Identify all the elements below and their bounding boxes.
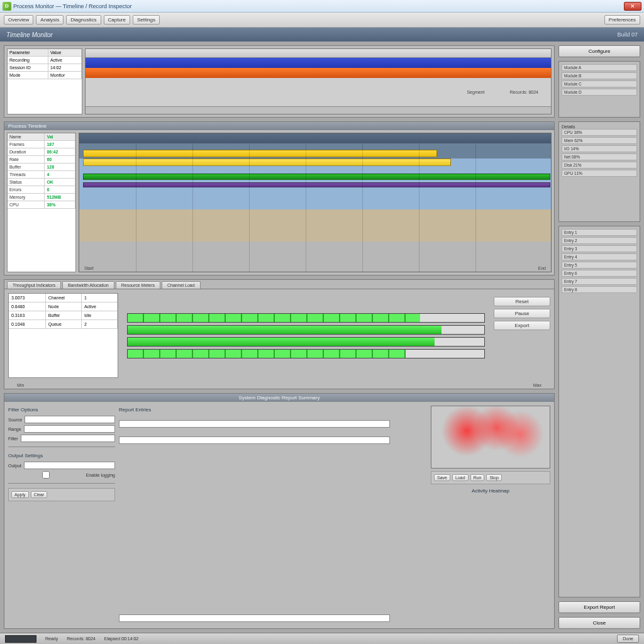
meter-1	[127, 325, 485, 335]
cell: 0.1048	[9, 320, 46, 328]
right-panel-details: Details CPU 38% Mem 62% I/O 14% Net 08% …	[558, 121, 640, 222]
toolbar-btn-0[interactable]: Overview	[4, 15, 33, 25]
window-titlebar: D Process Monitor — Timeline / Record In…	[0, 0, 644, 13]
field-label: Source	[8, 418, 22, 422]
throughput-controls: Reset Pause Export	[494, 293, 550, 378]
checkbox-logging[interactable]: Enable logging	[8, 471, 115, 479]
window-title: Process Monitor — Timeline / Record Insp…	[13, 3, 132, 9]
meter-fill	[128, 326, 441, 334]
prop-k: Buffer	[8, 164, 45, 171]
throughput-table: 3.0073Channel1 0.8480NodeActive 0.3163Bu…	[8, 293, 118, 378]
grp-btn-5[interactable]: Stop	[486, 474, 501, 481]
toolbar-btn-4[interactable]: Settings	[133, 15, 160, 25]
tab-2[interactable]: Resource Meters	[116, 281, 160, 289]
tab-1[interactable]: Bandwidth Allocation	[62, 281, 114, 289]
overview-info-0: Segment	[467, 90, 484, 94]
mid-input-2[interactable]	[119, 436, 390, 444]
tab-3[interactable]: Channel Load	[162, 281, 201, 289]
prop-k: CPU	[8, 201, 45, 209]
timeline-footer-right: End	[538, 266, 546, 270]
status-done-button[interactable]: Done	[617, 635, 639, 643]
right-export-button[interactable]: Export Report	[558, 601, 640, 613]
checkbox-logging-input[interactable]	[8, 471, 84, 479]
module-item[interactable]: Module D	[562, 89, 637, 96]
ctrl-export[interactable]: Export	[494, 321, 550, 330]
prop-k: Threads	[8, 171, 45, 179]
field-label: Range	[8, 427, 21, 431]
mid-input-3[interactable]	[119, 614, 390, 622]
main-column: Parameter Value RecordingActive Session …	[4, 45, 555, 629]
cell: 0.8480	[9, 303, 46, 311]
diagnostic-form: Filter Options Source Range Filter Outpu…	[8, 406, 115, 625]
right-close-button[interactable]: Close	[558, 617, 640, 629]
toolbar-btn-1[interactable]: Analysis	[36, 15, 64, 25]
grp-btn-2[interactable]: Save	[434, 474, 450, 481]
cell: Buffer	[46, 311, 82, 319]
overview-th-0: Parameter	[8, 49, 48, 57]
timeline-bar-p1[interactable]	[83, 182, 550, 187]
grp-btn-3[interactable]: Load	[452, 474, 469, 481]
overview-strip[interactable]: Segment Records: 8024	[85, 48, 552, 114]
overview-band-primary	[86, 58, 551, 68]
panel-throughput: Throughput Indicators Bandwidth Allocati…	[4, 279, 555, 389]
field-source-input[interactable]	[25, 416, 115, 423]
meter-fill	[128, 350, 406, 358]
panel-diagnostic: System Diagnostic Report Summary Filter …	[4, 393, 555, 629]
mid-input-1[interactable]	[119, 420, 390, 428]
field-range-input[interactable]	[24, 425, 115, 433]
entry-item[interactable]: Entry 7	[562, 278, 637, 285]
cell: Node	[46, 303, 82, 311]
entry-item[interactable]: Entry 5	[562, 262, 637, 269]
module-item[interactable]: Module C	[562, 80, 637, 87]
detail-item: I/O 14%	[562, 145, 637, 152]
entry-item[interactable]: Entry 3	[562, 245, 637, 252]
diagnostic-title: System Diagnostic Report Summary	[4, 394, 554, 402]
entry-item[interactable]: Entry 6	[562, 270, 637, 277]
module-item[interactable]: Module B	[562, 72, 637, 79]
heat-button-group: Save Load Run Stop	[431, 471, 550, 484]
right-configure-button[interactable]: Configure	[558, 45, 640, 57]
toolbar-btn-2[interactable]: Diagnostics	[66, 15, 101, 25]
prop-v: 06:42	[45, 148, 75, 156]
field-output-input[interactable]	[24, 462, 115, 469]
overview-cell: Mode	[8, 72, 48, 79]
timeline-bar-y2[interactable]	[83, 158, 451, 166]
diagnostic-heat-column: Save Load Run Stop Activity Heatmap	[431, 406, 550, 625]
prop-v: 187	[45, 141, 75, 148]
panel-process-timeline: Process Timeline NameVal Frames187 Durat…	[4, 121, 555, 275]
subheader-title: Timeline Monitor	[6, 31, 53, 38]
details-title: Details	[562, 125, 637, 129]
window-close-button[interactable]: ✕	[624, 2, 641, 11]
timeline-tracks[interactable]: Start End	[79, 133, 552, 272]
activity-heatmap	[431, 406, 550, 469]
entry-item[interactable]: Entry 4	[562, 253, 637, 260]
entry-item[interactable]: Entry 8	[562, 286, 637, 293]
module-item[interactable]: Module A	[562, 64, 637, 71]
grp-btn-4[interactable]: Run	[470, 474, 485, 481]
timeline-bar-g1[interactable]	[83, 174, 550, 180]
tab-0[interactable]: Throughput Indicators	[7, 281, 61, 289]
overview-cell: Recording	[8, 57, 48, 64]
statusbar: Ready Records: 8024 Elapsed 00:14:02 Don…	[0, 633, 644, 644]
prop-v: 38%	[45, 201, 75, 209]
toolbar-preferences-button[interactable]: Preferences	[604, 15, 640, 25]
detail-item: Net 08%	[562, 153, 637, 160]
ctrl-reset[interactable]: Reset	[494, 297, 550, 306]
cell: 3.0073	[9, 294, 46, 302]
workspace: Parameter Value RecordingActive Session …	[0, 42, 644, 633]
field-label: Filter	[8, 436, 18, 441]
timeline-footer-left: Start	[84, 266, 94, 270]
form-button-group: Apply Clear	[8, 488, 115, 501]
ctrl-pause[interactable]: Pause	[494, 309, 550, 318]
overview-info-1: Records: 8024	[509, 90, 538, 94]
field-filter-input[interactable]	[21, 435, 115, 442]
entry-item[interactable]: Entry 2	[562, 237, 637, 244]
entry-item[interactable]: Entry 1	[562, 229, 637, 236]
grp-btn-0[interactable]: Apply	[11, 491, 29, 498]
detail-item: Disk 21%	[562, 162, 637, 169]
mid-section-label: Report Entries	[119, 407, 427, 413]
meter-footer-min: Min	[17, 383, 24, 387]
toolbar-btn-3[interactable]: Capture	[104, 15, 130, 25]
detail-item: GPU 11%	[562, 170, 637, 177]
grp-btn-1[interactable]: Clear	[31, 491, 48, 498]
